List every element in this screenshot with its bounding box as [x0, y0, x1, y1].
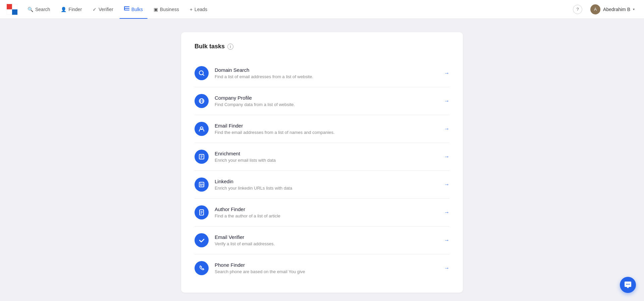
task-list: Domain Search Find a list of email addre…	[195, 59, 449, 282]
nav-label-search: Search	[35, 7, 50, 12]
navbar: 🔍 Search 👤 Finder ✓ Verifier Bulks	[0, 0, 644, 19]
help-button[interactable]: ?	[573, 5, 582, 14]
email-finder-desc: Find the email addresses from a list of …	[215, 130, 438, 135]
svg-rect-2	[7, 9, 12, 15]
task-row-phone-finder[interactable]: Phone Finder Search phone are based on t…	[195, 254, 449, 282]
author-finder-icon-wrap	[195, 205, 209, 219]
nav-item-search[interactable]: 🔍 Search	[23, 0, 55, 19]
svg-rect-7	[124, 7, 125, 10]
task-row-enrichment[interactable]: Enrichment Enrich your email lists with …	[195, 143, 449, 171]
company-profile-text: Company Profile Find Company data from a…	[215, 95, 438, 107]
nav-item-leads[interactable]: + Leads	[185, 0, 212, 19]
bulk-tasks-card: Bulk tasks i Domain Search Find a list o…	[181, 32, 463, 293]
nav-right: ? A Abedrahim B ▾	[573, 3, 637, 16]
user-menu[interactable]: A Abedrahim B ▾	[588, 3, 637, 16]
domain-search-icon-wrap	[195, 66, 209, 80]
business-nav-icon: ▣	[154, 7, 158, 12]
nav-item-bulks[interactable]: Bulks	[119, 0, 148, 19]
task-row-author-finder[interactable]: Author Finder Find a the author of a lis…	[195, 199, 449, 227]
help-icon: ?	[576, 7, 579, 12]
domain-search-title: Domain Search	[215, 67, 438, 73]
info-icon[interactable]: i	[227, 44, 233, 50]
svg-rect-6	[124, 10, 129, 10]
author-finder-title: Author Finder	[215, 206, 438, 212]
main-content: Bulk tasks i Domain Search Find a list o…	[0, 19, 644, 301]
task-row-email-verifier[interactable]: Email Verifier Verify a list of email ad…	[195, 227, 449, 254]
phone-finder-text: Phone Finder Search phone are based on t…	[215, 262, 438, 274]
author-finder-arrow: →	[444, 209, 449, 215]
svg-rect-0	[7, 4, 12, 9]
svg-line-9	[203, 74, 204, 76]
enrichment-title: Enrichment	[215, 151, 438, 156]
svg-point-20	[200, 183, 201, 184]
task-row-company-profile[interactable]: Company Profile Find Company data from a…	[195, 87, 449, 115]
company-profile-title: Company Profile	[215, 95, 438, 101]
nav-items: 🔍 Search 👤 Finder ✓ Verifier Bulks	[23, 0, 573, 19]
chevron-down-icon: ▾	[633, 7, 635, 11]
email-finder-icon-wrap	[195, 122, 209, 136]
enrichment-icon-wrap	[195, 150, 209, 164]
svg-rect-4	[124, 6, 129, 7]
nav-item-finder[interactable]: 👤 Finder	[56, 0, 87, 19]
nav-item-verifier[interactable]: ✓ Verifier	[88, 0, 118, 19]
email-verifier-icon-wrap	[195, 233, 209, 247]
enrichment-text: Enrichment Enrich your email lists with …	[215, 151, 438, 163]
email-verifier-arrow: →	[444, 237, 449, 243]
nav-label-leads: Leads	[195, 7, 207, 12]
leads-nav-icon: +	[190, 7, 193, 12]
svg-point-26	[628, 284, 629, 285]
phone-finder-desc: Search phone are based on the email You …	[215, 269, 438, 274]
svg-rect-19	[200, 184, 201, 186]
phone-finder-title: Phone Finder	[215, 262, 438, 268]
task-row-linkedin[interactable]: Linkedin Enrich your linkedin URLs lists…	[195, 171, 449, 199]
user-name: Abedrahim B	[603, 7, 630, 12]
linkedin-icon-wrap	[195, 178, 209, 192]
enrichment-arrow: →	[444, 154, 449, 160]
author-finder-text: Author Finder Find a the author of a lis…	[215, 206, 438, 218]
linkedin-text: Linkedin Enrich your linkedin URLs lists…	[215, 179, 438, 191]
author-finder-desc: Find a the author of a list of article	[215, 213, 438, 218]
nav-label-finder: Finder	[68, 7, 82, 12]
search-nav-icon: 🔍	[28, 7, 33, 12]
email-finder-arrow: →	[444, 126, 449, 132]
finder-nav-icon: 👤	[61, 7, 66, 12]
email-verifier-title: Email Verifier	[215, 234, 438, 240]
task-row-domain-search[interactable]: Domain Search Find a list of email addre…	[195, 59, 449, 87]
task-row-email-finder[interactable]: Email Finder Find the email addresses fr…	[195, 115, 449, 143]
nav-label-verifier: Verifier	[99, 7, 113, 12]
chat-bubble-button[interactable]	[620, 277, 636, 293]
page-title: Bulk tasks	[195, 43, 225, 50]
email-verifier-text: Email Verifier Verify a list of email ad…	[215, 234, 438, 246]
svg-rect-1	[12, 4, 17, 9]
linkedin-title: Linkedin	[215, 179, 438, 184]
verifier-nav-icon: ✓	[93, 7, 97, 12]
domain-search-text: Domain Search Find a list of email addre…	[215, 67, 438, 79]
nav-item-business[interactable]: ▣ Business	[149, 0, 184, 19]
logo	[7, 4, 17, 15]
email-finder-text: Email Finder Find the email addresses fr…	[215, 123, 438, 135]
card-title-area: Bulk tasks i	[195, 43, 449, 50]
company-profile-desc: Find Company data from a list of website…	[215, 102, 438, 107]
email-finder-title: Email Finder	[215, 123, 438, 129]
svg-rect-3	[12, 9, 17, 15]
nav-label-business: Business	[160, 7, 179, 12]
phone-finder-icon-wrap	[195, 261, 209, 275]
avatar: A	[590, 4, 600, 14]
domain-search-arrow: →	[444, 70, 449, 76]
email-verifier-desc: Verify a list of email addresses.	[215, 241, 438, 246]
svg-point-27	[629, 284, 630, 285]
bulks-nav-icon	[124, 6, 129, 12]
domain-search-desc: Find a list of email addresses from a li…	[215, 74, 438, 79]
enrichment-desc: Enrich your email lists with data	[215, 158, 438, 163]
linkedin-desc: Enrich your linkedin URLs lists with dat…	[215, 186, 438, 191]
linkedin-arrow: →	[444, 182, 449, 188]
company-profile-icon-wrap	[195, 94, 209, 108]
phone-finder-arrow: →	[444, 265, 449, 271]
svg-point-25	[626, 284, 627, 285]
nav-label-bulks: Bulks	[131, 7, 143, 12]
company-profile-arrow: →	[444, 98, 449, 104]
svg-rect-5	[124, 8, 129, 9]
